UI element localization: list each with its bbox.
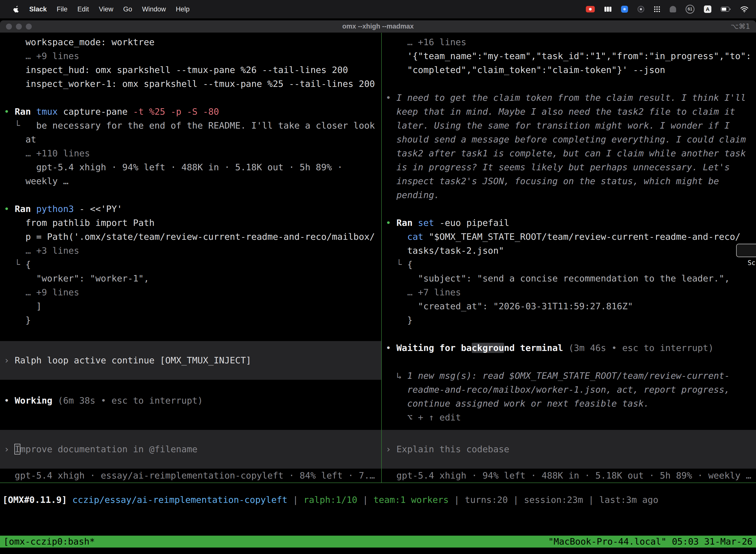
window-titlebar[interactable]: omx --xhigh --madmax ⌥⌘1 (0, 20, 756, 33)
terminal-line: └ { (0, 258, 381, 272)
screen-overlay[interactable]: Scre (736, 244, 756, 257)
right-status-line: gpt-5.4 xhigh · 94% left · 488K in · 5.1… (382, 468, 756, 483)
right-pane-bottom: › Explain this codebase gpt-5.4 xhigh · … (382, 430, 756, 483)
terminal-line: ↳ 1 new msg(s): read $OMX_TEAM_STATE_ROO… (382, 369, 756, 383)
dark-app-icon[interactable] (637, 6, 644, 13)
left-pane-content: workspace_mode: worktree … +9 lines insp… (0, 33, 381, 407)
terminal-line: readme-and-reco/mailbox/worker-1.json, a… (382, 383, 756, 397)
terminal-line: • Ran set -euo pipefail (382, 216, 756, 230)
screen-recording-icon[interactable] (586, 6, 595, 12)
terminal-line: later. Using the same for transition mig… (382, 119, 756, 132)
terminal-line: is in progress? It seems likely but perh… (382, 160, 756, 174)
terminal-line: … +9 lines (0, 285, 381, 299)
menu-window[interactable]: Window (137, 5, 171, 13)
terminal-line: inspect_worker-1: omx sparkshell --tmux-… (0, 77, 381, 91)
terminal-line: … +3 lines (0, 244, 381, 258)
left-input-band[interactable]: › Improve documentation in @filename (0, 430, 381, 468)
terminal-line: } (0, 313, 381, 327)
close-button[interactable] (6, 23, 12, 30)
terminal-line: keep that in mind. Maybe I also need the… (382, 105, 756, 119)
terminal-line: … +9 lines (0, 49, 381, 63)
wifi-icon[interactable] (740, 6, 749, 13)
terminal-line: … +16 lines (382, 35, 756, 49)
dots-grid-icon[interactable] (654, 6, 660, 12)
apple-menu[interactable] (8, 6, 24, 13)
zoom-button[interactable] (26, 23, 32, 30)
terminal-line: tasks/task-2.json" (382, 244, 756, 258)
terminal-line: └ be necessary for the end of the README… (0, 119, 381, 132)
terminal-line: • Waiting for background terminal (3m 46… (382, 341, 756, 355)
terminal-line: gpt-5.4 xhigh · essay/ai-reimplementatio… (0, 468, 381, 483)
terminal-line: } (382, 313, 756, 327)
grid-icon[interactable] (604, 6, 612, 12)
terminal-line: • Working (6m 38s • esc to interrupt) (0, 394, 381, 407)
terminal-line: ⌥ + ↑ edit (382, 410, 756, 425)
terminal-line: • Ran python3 - <<'PY' (0, 202, 381, 216)
terminal-panes: workspace_mode: worktree … +9 lines insp… (0, 33, 756, 483)
terminal-line: › Explain this codebase (382, 442, 756, 456)
active-app-menu[interactable]: Slack (24, 5, 52, 13)
omx-status-line: [OMX#0.11.9] cczip/essay/ai-reimplementa… (0, 493, 756, 507)
terminal-line: gpt-5.4 xhigh · 94% left · 488K in · 5.1… (0, 160, 381, 174)
terminal-line (382, 355, 756, 369)
terminal-line (0, 327, 381, 341)
window-shortcut-hint: ⌥⌘1 (731, 22, 750, 31)
omx-status-pane: [OMX#0.11.9] cczip/essay/ai-reimplementa… (0, 483, 756, 536)
terminal-line: [OMX#0.11.9] cczip/essay/ai-reimplementa… (0, 493, 756, 507)
terminal-line: gpt-5.4 xhigh · 94% left · 488K in · 5.1… (382, 468, 756, 483)
terminal-line: from pathlib import Path (0, 216, 381, 230)
terminal-line: '{"team_name":"my-team","task_id":"1","f… (382, 49, 756, 63)
battery-percent-label: 61 (688, 7, 693, 12)
input-source-letter: A (706, 6, 709, 12)
terminal-line (382, 77, 756, 91)
battery-percent-badge[interactable]: 61 (686, 5, 694, 14)
terminal-line: p = Path('.omx/state/team/review-current… (0, 230, 381, 244)
right-pane[interactable]: … +16 lines '{"team_name":"my-team","tas… (382, 33, 756, 483)
terminal-line: "created_at": "2026-03-31T11:59:27.816Z" (382, 299, 756, 313)
window-bottom-edge (0, 548, 756, 554)
terminal-line: … +7 lines (382, 285, 756, 299)
terminal-line: › Improve documentation in @filename (0, 442, 381, 456)
terminal-line (382, 327, 756, 341)
terminal-line: task2 after task1 is complete, but can I… (382, 147, 756, 160)
right-pane-content: … +16 lines '{"team_name":"my-team","tas… (382, 33, 756, 425)
terminal-line: "completed","claim_token":"claim-token"}… (382, 63, 756, 77)
terminal-line (382, 202, 756, 216)
terminal-line: • Ran tmux capture-pane -t %25 -p -S -80 (0, 105, 381, 119)
menu-view[interactable]: View (94, 5, 118, 13)
menu-go[interactable]: Go (118, 5, 137, 13)
ghost-app-icon[interactable] (670, 6, 676, 12)
menu-file[interactable]: File (52, 5, 73, 13)
input-source-icon[interactable]: A (704, 5, 711, 13)
tmux-host-clock: "MacBook-Pro-44.local" 05:03 31-Mar-26 (548, 536, 753, 548)
terminal-line: inspect_hud: omx sparkshell --tmux-pane … (0, 63, 381, 77)
screen-overlay-label: Scre (748, 259, 756, 267)
terminal-line (0, 380, 381, 394)
menubar-status-icons: 61 A (586, 5, 749, 14)
left-status-line: gpt-5.4 xhigh · essay/ai-reimplementatio… (0, 468, 381, 483)
menu-edit[interactable]: Edit (72, 5, 94, 13)
terminal-line: › Ralph loop active continue [OMX_TMUX_I… (0, 353, 381, 367)
right-input-band[interactable]: › Explain this codebase (382, 430, 756, 468)
minimize-button[interactable] (16, 23, 22, 30)
left-pane-bottom: › Improve documentation in @filename gpt… (0, 430, 381, 483)
terminal-line: should send a message before completing … (382, 132, 756, 147)
battery-icon[interactable] (721, 7, 731, 12)
terminal-line: "worker": "worker-1", (0, 272, 381, 285)
terminal-line: inspect task2's JSON, focusing on the st… (382, 174, 756, 188)
terminal-line: workspace_mode: worktree (0, 35, 381, 49)
inline-input-band[interactable]: › Ralph loop active continue [OMX_TMUX_I… (0, 341, 381, 380)
app-menus: FileEditViewGoWindowHelp (52, 5, 195, 13)
menu-help[interactable]: Help (171, 5, 195, 13)
terminal-line (0, 188, 381, 202)
terminal-line: continue assigned work or next feasible … (382, 397, 756, 410)
terminal-line: ] (0, 299, 381, 313)
terminal-line: weekly … (0, 174, 381, 188)
tmux-status-bar: [omx-cczip0:bash* "MacBook-Pro-44.local"… (0, 536, 756, 548)
terminal-line: … +110 lines (0, 147, 381, 160)
terminal-line (0, 91, 381, 105)
left-pane[interactable]: workspace_mode: worktree … +9 lines insp… (0, 33, 381, 483)
desktop-gap (0, 18, 756, 20)
blue-app-icon[interactable] (621, 6, 628, 13)
terminal-line: cat "$OMX_TEAM_STATE_ROOT/team/review-cu… (382, 230, 756, 244)
